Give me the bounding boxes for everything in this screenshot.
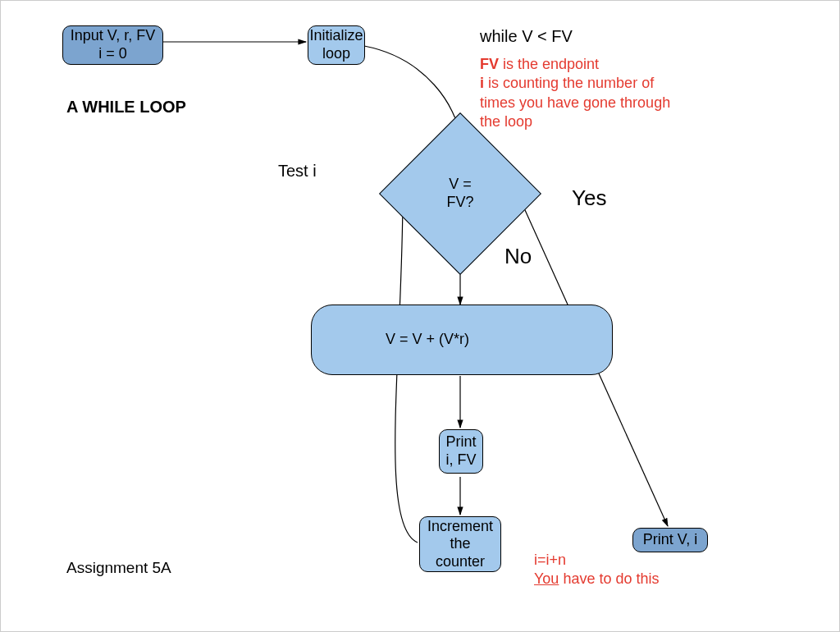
decision-line2: FV? — [446, 194, 473, 212]
inc-line3: counter — [436, 553, 485, 571]
label-note-top: FV is the endpoint i is counting the num… — [480, 55, 726, 132]
node-increment: Increment the counter — [419, 516, 501, 572]
node-process: V = V + (V*r) — [311, 305, 613, 375]
print2-text: Print V, i — [643, 531, 697, 549]
node-input-line1: Input V, r, FV — [71, 27, 155, 45]
node-decision: V = FV? — [403, 136, 518, 251]
diagram-canvas: Input V, r, FV i = 0 Initialize loop V =… — [0, 0, 840, 632]
label-heading: A WHILE LOOP — [66, 98, 186, 117]
note-top-l3: times you have gone through — [480, 94, 726, 112]
label-note-bottom: i=i+n You have to do this — [534, 551, 659, 589]
node-initialize: Initialize loop — [308, 25, 365, 65]
print1-line2: i, FV — [445, 451, 476, 469]
note-bot-you: You — [534, 570, 559, 587]
inc-line1: Increment — [427, 518, 493, 536]
note-top-l1r: is the endpoint — [499, 56, 599, 72]
label-no: No — [504, 244, 532, 269]
print1-line1: Print — [445, 433, 476, 451]
note-bot-l1: i=i+n — [534, 551, 659, 570]
note-top-l4: the loop — [480, 112, 726, 131]
note-top-fv: FV — [480, 56, 499, 72]
node-input-line2: i = 0 — [98, 45, 127, 63]
node-print-i-fv: Print i, FV — [439, 429, 483, 474]
node-print-v-i: Print V, i — [632, 528, 708, 552]
label-assignment: Assignment 5A — [66, 559, 171, 577]
label-test-i: Test i — [278, 162, 317, 181]
node-init-line2: loop — [322, 45, 350, 63]
note-top-l2r: is counting the number of — [484, 75, 654, 91]
label-yes: Yes — [572, 185, 606, 211]
process-text: V = V + (V*r) — [386, 331, 469, 349]
node-input: Input V, r, FV i = 0 — [62, 25, 163, 65]
decision-line1: V = — [449, 176, 472, 194]
note-bot-rest: have to do this — [559, 570, 659, 587]
inc-line2: the — [450, 535, 470, 553]
label-while-cond: while V < FV — [480, 27, 573, 46]
node-init-line1: Initialize — [309, 27, 363, 45]
